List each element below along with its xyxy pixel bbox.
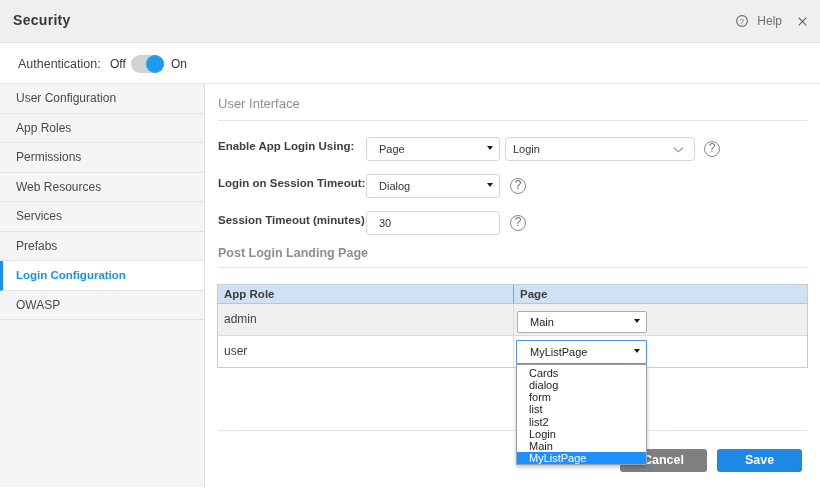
svg-text:?: ? xyxy=(740,17,745,26)
